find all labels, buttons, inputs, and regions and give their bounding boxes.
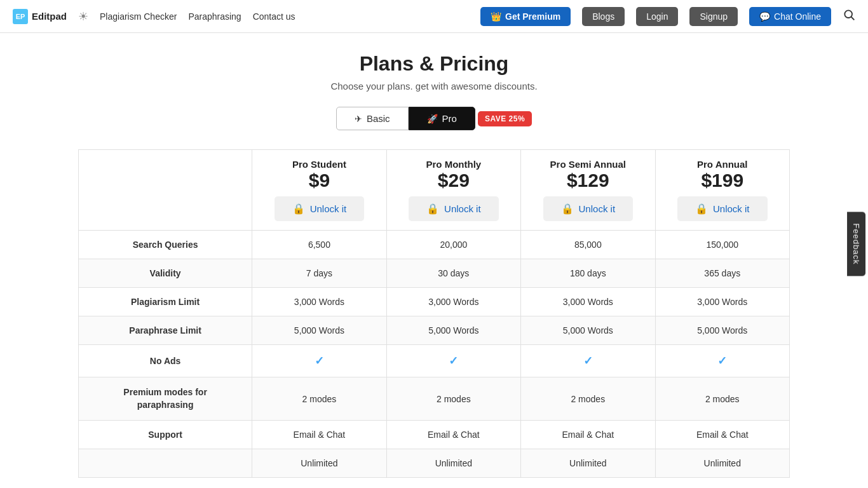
lock-icon-0: 🔒: [292, 203, 305, 215]
feature-value-3-2: 5,000 Words: [521, 316, 655, 345]
feature-value-5-0: 2 modes: [252, 377, 386, 421]
navbar: EP Editpad ☀ Plagiarism Checker Paraphra…: [0, 0, 868, 33]
feedback-tab[interactable]: Feedback: [847, 212, 865, 276]
feature-value-5-2: 2 modes: [521, 377, 655, 421]
feature-value-4-0: ✓: [252, 345, 386, 377]
svg-line-1: [851, 17, 855, 20]
save-badge: SAVE 25%: [478, 111, 532, 126]
feature-value-4-1: ✓: [386, 345, 520, 377]
feature-row-1: Validity7 days30 days180 days365 days: [79, 259, 790, 288]
feature-value-3-3: 5,000 Words: [655, 316, 789, 345]
feature-label-6: Support: [79, 421, 252, 449]
plan-header-3: Pro Annual $199 🔒 Unlock it: [655, 150, 789, 231]
unlock-button-3[interactable]: 🔒 Unlock it: [677, 196, 768, 221]
plan-header-2: Pro Semi Annual $129 🔒 Unlock it: [521, 150, 655, 231]
plan-price-1: $29: [393, 170, 514, 191]
feature-value-6-2: Email & Chat: [521, 421, 655, 449]
lock-icon-1: 🔒: [426, 203, 439, 215]
feature-row-4: No Ads✓✓✓✓: [79, 345, 790, 377]
feature-value-6-1: Email & Chat: [386, 421, 520, 449]
feature-row-0: Search Queries6,50020,00085,000150,000: [79, 231, 790, 259]
contact-us-link[interactable]: Contact us: [253, 11, 295, 22]
paraphrasing-link[interactable]: Paraphrasing: [188, 11, 241, 22]
feature-label-4: No Ads: [79, 345, 252, 377]
feature-value-2-1: 3,000 Words: [386, 288, 520, 316]
feature-label-0: Search Queries: [79, 231, 252, 259]
rocket-icon: 🚀: [427, 114, 438, 124]
page-title: Plans & Pricing: [13, 52, 855, 76]
svg-point-0: [844, 10, 852, 18]
feature-value-4-3: ✓: [655, 345, 789, 377]
logo-text: Editpad: [32, 11, 67, 22]
feature-value-6-0: Email & Chat: [252, 421, 386, 449]
feature-value-0-2: 85,000: [521, 231, 655, 259]
feature-label-2: Plagiarism Limit: [79, 288, 252, 316]
feature-value-3-0: 5,000 Words: [252, 316, 386, 345]
feature-label-3: Paraphrase Limit: [79, 316, 252, 345]
check-icon: ✓: [583, 355, 593, 367]
feature-value-6-3: Email & Chat: [655, 421, 789, 449]
feature-value-5-1: 2 modes: [386, 377, 520, 421]
search-button[interactable]: [843, 8, 855, 24]
lock-icon-2: 🔒: [561, 203, 574, 215]
feature-value-0-3: 150,000: [655, 231, 789, 259]
unlock-button-2[interactable]: 🔒 Unlock it: [543, 196, 634, 221]
pricing-table: Pro Student $9 🔒 Unlock it Pro Monthly $…: [78, 149, 790, 478]
logo-link[interactable]: EP Editpad: [13, 9, 67, 24]
plan-header-0: Pro Student $9 🔒 Unlock it: [252, 150, 386, 231]
plan-name-0: Pro Student: [259, 159, 379, 170]
feature-value-4-2: ✓: [521, 345, 655, 377]
signup-button[interactable]: Signup: [689, 7, 738, 26]
feature-value-2-3: 3,000 Words: [655, 288, 789, 316]
feature-row-5: Premium modes forparaphrasing2 modes2 mo…: [79, 377, 790, 421]
lock-icon-3: 🔒: [695, 203, 708, 215]
feature-row-6: SupportEmail & ChatEmail & ChatEmail & C…: [79, 421, 790, 449]
get-premium-button[interactable]: 👑 Get Premium: [480, 7, 571, 26]
tab-pro[interactable]: 🚀 Pro: [409, 107, 475, 130]
feature-value-1-2: 180 days: [521, 259, 655, 288]
feature-row-3: Paraphrase Limit5,000 Words5,000 Words5,…: [79, 316, 790, 345]
sun-icon[interactable]: ☀: [78, 10, 88, 24]
crown-icon: 👑: [491, 11, 501, 22]
tab-basic[interactable]: ✈ Basic: [336, 107, 409, 130]
feature-row-2: Plagiarism Limit3,000 Words3,000 Words3,…: [79, 288, 790, 316]
feature-value-5-3: 2 modes: [655, 377, 789, 421]
feature-value-7-0: Unlimited: [252, 449, 386, 478]
check-icon: ✓: [315, 355, 324, 367]
check-icon: ✓: [449, 355, 458, 367]
plan-tabs: ✈ Basic 🚀 Pro SAVE 25%: [13, 107, 855, 130]
plan-name-1: Pro Monthly: [393, 159, 514, 170]
pricing-wrapper: Pro Student $9 🔒 Unlock it Pro Monthly $…: [0, 149, 868, 478]
feature-value-3-1: 5,000 Words: [386, 316, 520, 345]
page-subtitle: Choose your plans. get with awesome disc…: [13, 81, 855, 92]
chat-online-button[interactable]: 💬 Chat Online: [749, 7, 831, 26]
feature-value-1-1: 30 days: [386, 259, 520, 288]
logo-icon: EP: [13, 9, 28, 24]
feature-value-0-1: 20,000: [386, 231, 520, 259]
check-icon: ✓: [717, 355, 727, 367]
plan-price-0: $9: [259, 170, 379, 191]
blogs-button[interactable]: Blogs: [582, 7, 625, 26]
login-button[interactable]: Login: [636, 7, 678, 26]
plan-name-2: Pro Semi Annual: [527, 159, 648, 170]
feature-row-7: UnlimitedUnlimitedUnlimitedUnlimited: [79, 449, 790, 478]
feature-label-1: Validity: [79, 259, 252, 288]
feature-label-7: [79, 449, 252, 478]
plane-icon: ✈: [355, 114, 362, 124]
feature-value-0-0: 6,500: [252, 231, 386, 259]
plagiarism-checker-link[interactable]: Plagiarism Checker: [100, 11, 177, 22]
plan-price-2: $129: [527, 170, 648, 191]
main-content: Plans & Pricing Choose your plans. get w…: [0, 33, 868, 130]
search-icon: [843, 8, 855, 21]
feature-value-2-2: 3,000 Words: [521, 288, 655, 316]
plan-name-3: Pro Annual: [662, 159, 783, 170]
feature-value-7-1: Unlimited: [386, 449, 520, 478]
plan-header-1: Pro Monthly $29 🔒 Unlock it: [386, 150, 520, 231]
feature-label-5: Premium modes forparaphrasing: [79, 377, 252, 421]
chat-bubble-icon: 💬: [759, 11, 770, 22]
feature-value-2-0: 3,000 Words: [252, 288, 386, 316]
feature-value-7-3: Unlimited: [655, 449, 789, 478]
plan-price-3: $199: [662, 170, 783, 191]
unlock-button-0[interactable]: 🔒 Unlock it: [275, 196, 365, 221]
unlock-button-1[interactable]: 🔒 Unlock it: [409, 196, 499, 221]
